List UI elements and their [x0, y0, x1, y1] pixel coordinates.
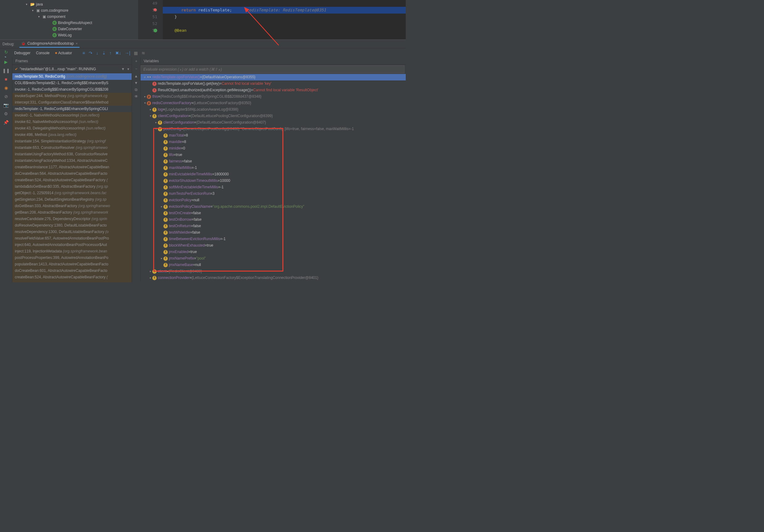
frame-row[interactable]: instantiate:154, SimpleInstantiationStra…: [12, 138, 132, 144]
pause-icon[interactable]: ❚❚: [3, 68, 9, 73]
tree-toggle-icon[interactable]: ▸: [149, 268, 152, 274]
gutter-line[interactable]: 53: [138, 27, 157, 34]
bean-gutter-icon[interactable]: [153, 29, 157, 32]
tree-toggle-icon[interactable]: ▾: [149, 113, 152, 119]
frame-row[interactable]: doResolveDependency:1380, DefaultListabl…: [12, 222, 132, 229]
thread-selector[interactable]: ✔ "restartedMain"@1,8…roup "main": RUNNI…: [12, 65, 132, 73]
variable-row[interactable]: ▸fclientConfiguration = {DefaultLettuceC…: [141, 119, 406, 126]
dropdown-icon[interactable]: ▾: [127, 67, 129, 71]
gutter-line[interactable]: 51: [138, 14, 157, 20]
tree-toggle-icon[interactable]: ▾: [32, 9, 35, 12]
trace-icon[interactable]: ≋: [141, 51, 145, 56]
variable-row[interactable]: ▾fclientConfiguration = {DefaultLettuceP…: [141, 113, 406, 119]
step-into-icon[interactable]: ↓: [96, 51, 98, 56]
get-thread-dump-icon[interactable]: 📷: [3, 102, 9, 108]
move-up-icon[interactable]: ▲: [134, 74, 138, 78]
code-editor[interactable]: 4950515253 return redisTemplate; redisTe…: [138, 0, 406, 40]
variable-row[interactable]: ▾predisConnectionFactory = {LettuceConne…: [141, 100, 406, 106]
frame-row[interactable]: invoke:62, NativeMethodAccessorImpl (sun…: [12, 119, 132, 125]
tree-row[interactable]: ▾▣com.codingmore: [0, 7, 138, 14]
resume-icon[interactable]: ▶: [3, 59, 9, 65]
frame-row[interactable]: resolveFieldValue:657, AutowiredAnnotati…: [12, 235, 132, 242]
add-watch-icon[interactable]: ＋: [134, 59, 138, 64]
tree-toggle-icon[interactable]: ▸: [154, 119, 158, 126]
frame-row[interactable]: redisTemplate:-1, RedisConfig$$EnhancerB…: [12, 106, 132, 112]
frame-row[interactable]: instantiate:653, ConstructorResolver (or…: [12, 144, 132, 151]
frame-row[interactable]: instantiateUsingFactoryMethod:638, Const…: [12, 151, 132, 157]
frame-row[interactable]: resolveDependency:1300, DefaultListableB…: [12, 229, 132, 235]
rerun-icon[interactable]: ↻: [4, 50, 9, 55]
stop-icon[interactable]: ■: [3, 77, 9, 82]
frame-row[interactable]: doCreateBean:601, AbstractAutowireCapabl…: [12, 267, 132, 274]
code-line[interactable]: [163, 0, 406, 7]
variable-row[interactable]: ▸fconnectionProvider = {LettuceConnectio…: [141, 274, 406, 281]
evaluate-expression-input[interactable]: Evaluate expression (⌅) or add a watch (…: [141, 65, 405, 73]
show-execution-point-icon[interactable]: ≡: [82, 51, 85, 56]
variable-row[interactable]: fjmxEnabled = true: [141, 249, 406, 255]
frames-list[interactable]: redisTemplate:50, RedisConfig (com.codin…: [12, 73, 132, 282]
frame-row[interactable]: inject:119, InjectionMetadata (org.sprin…: [12, 248, 132, 255]
frame-row[interactable]: getSingleton:234, DefaultSingletonBeanRe…: [12, 196, 132, 203]
evaluate-icon[interactable]: ▦: [134, 51, 138, 56]
variable-row[interactable]: !redisTemplate.opsForValue().get(key) = …: [141, 81, 406, 87]
step-out-icon[interactable]: ↑: [109, 51, 111, 56]
tree-toggle-icon[interactable]: ▾: [38, 15, 41, 18]
tab-console[interactable]: Console: [36, 49, 50, 57]
tree-toggle-icon[interactable]: ▸: [160, 255, 163, 262]
variable-row[interactable]: ▾fpoolConfig = {GenericObjectPoolConfig@…: [141, 126, 406, 132]
mute-breakpoints-icon[interactable]: ⊘: [3, 94, 9, 99]
variable-row[interactable]: ftestWhileIdle = false: [141, 229, 406, 236]
frame-row[interactable]: getBean:208, AbstractBeanFactory (org.sp…: [12, 209, 132, 216]
variable-row[interactable]: fminEvictableIdleTimeMillis = 1800000: [141, 171, 406, 178]
frame-row[interactable]: getObject:-1, 22505914 (org.springframew…: [12, 190, 132, 196]
frame-row[interactable]: postProcessProperties:399, AutowiredAnno…: [12, 255, 132, 261]
tree-toggle-icon[interactable]: ▾: [26, 3, 29, 6]
variable-row[interactable]: fsoftMinEvictableIdleTimeMillis = -1: [141, 184, 406, 191]
frame-row[interactable]: intercept:331, ConfigurationClassEnhance…: [12, 99, 132, 106]
tree-toggle-icon[interactable]: ▸: [149, 274, 152, 281]
frame-row[interactable]: populateBean:1413, AbstractAutowireCapab…: [12, 261, 132, 267]
force-step-into-icon[interactable]: ⇣: [102, 51, 106, 56]
frame-row[interactable]: createBean:524, AbstractAutowireCapableB…: [12, 274, 132, 280]
tree-row[interactable]: CWebLog: [0, 32, 138, 38]
view-breakpoints-icon[interactable]: ◉: [3, 85, 9, 90]
gutter-line[interactable]: 52: [138, 20, 157, 27]
code-line[interactable]: @Bean: [163, 27, 406, 34]
frame-row[interactable]: instantiateUsingFactoryMethod:1334, Abst…: [12, 157, 132, 164]
run-config-tab[interactable]: 🐞 CodingmoreAdminBootstrap ×: [19, 40, 80, 48]
variable-row[interactable]: fevictorShutdownTimeoutMillis = 10000: [141, 178, 406, 184]
variable-row[interactable]: fmaxIdle = 8: [141, 139, 406, 145]
move-down-icon[interactable]: ▼: [134, 81, 138, 85]
tree-toggle-icon[interactable]: ▾: [154, 126, 158, 132]
gutter-line[interactable]: 49: [138, 0, 157, 7]
variable-row[interactable]: fjmxNameBase = null: [141, 262, 406, 268]
breakpoint-icon[interactable]: [153, 8, 157, 11]
drop-frame-icon[interactable]: ✖↓: [115, 51, 121, 56]
tree-row[interactable]: ▾▣component: [0, 14, 138, 20]
frame-row[interactable]: invoke:43, DelegatingMethodAccessorImpl …: [12, 125, 132, 132]
frame-row[interactable]: createBean:524, AbstractAutowireCapableB…: [12, 177, 132, 183]
frame-row[interactable]: createBeanInstance:1177, AbstractAutowir…: [12, 164, 132, 170]
frame-row[interactable]: doCreateBean:564, AbstractAutowireCapabl…: [12, 170, 132, 177]
tree-toggle-icon[interactable]: ▸: [143, 74, 147, 81]
run-to-cursor-icon[interactable]: →|: [125, 51, 130, 56]
variable-row[interactable]: ▸fjmxNamePrefix = "pool": [141, 255, 406, 262]
frame-row[interactable]: redisTemplate:50, RedisConfig (com.codin…: [12, 73, 132, 80]
tree-toggle-icon[interactable]: ▸: [143, 93, 147, 100]
variable-row[interactable]: ▸👓redisTemplate.opsForValue() = {Default…: [141, 74, 406, 81]
frame-row[interactable]: doGetBean:333, AbstractBeanFactory (org.…: [12, 203, 132, 209]
close-icon[interactable]: ×: [76, 42, 78, 45]
frame-row[interactable]: lambda$doGetBean$0:335, AbstractBeanFact…: [12, 183, 132, 190]
tree-toggle-icon[interactable]: ▸: [160, 203, 163, 210]
variable-row[interactable]: fmaxWaitMillis = -1: [141, 165, 406, 171]
tree-row[interactable]: ▾📂java: [0, 1, 138, 7]
variable-row[interactable]: fmaxTotal = 8: [141, 132, 406, 139]
tree-toggle-icon[interactable]: ▾: [143, 100, 147, 106]
remove-watch-icon[interactable]: －: [134, 66, 138, 72]
frame-row[interactable]: invoke0:-1, NativeMethodAccessorImpl (su…: [12, 112, 132, 119]
tree-row[interactable]: CDateConverter: [0, 26, 138, 32]
duplicate-watch-icon[interactable]: ⧉: [135, 88, 137, 92]
variable-row[interactable]: ftestOnBorrow = false: [141, 216, 406, 223]
tab-debugger[interactable]: Debugger: [14, 49, 31, 57]
tree-row[interactable]: CBindingResultAspect: [0, 20, 138, 26]
